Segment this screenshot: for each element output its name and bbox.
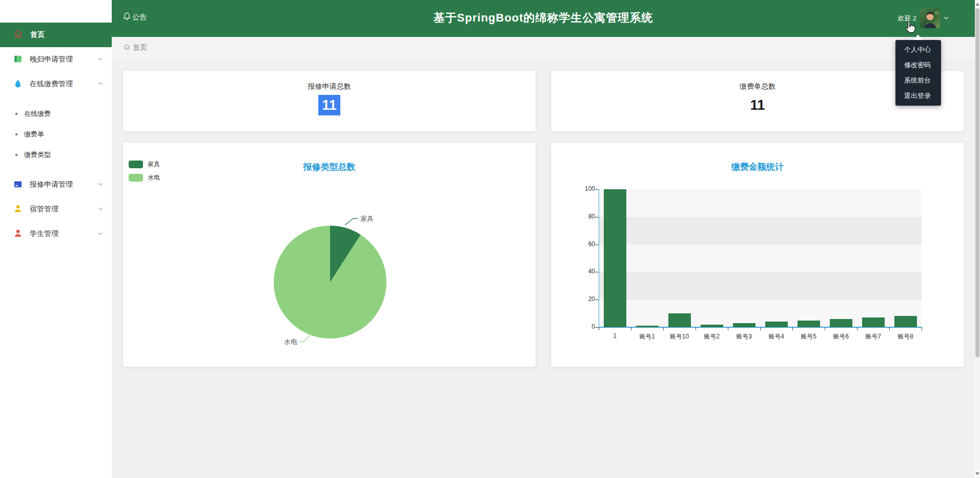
bar — [668, 313, 691, 327]
chevron-up-icon — [97, 80, 104, 88]
bar — [701, 325, 723, 327]
y-axis-label: 20 — [575, 295, 595, 303]
bar — [798, 321, 820, 327]
sidebar-subitem-label: 缴费类型 — [24, 150, 51, 160]
x-axis-label: 账号2 — [696, 332, 728, 341]
legend-label: 家具 — [148, 160, 160, 169]
y-axis-tick — [595, 189, 599, 190]
x-axis-tick — [760, 327, 761, 330]
legend-label: 水电 — [148, 173, 160, 182]
student-icon — [13, 229, 23, 240]
user-avatar[interactable] — [920, 9, 940, 28]
late-return-icon — [13, 54, 23, 65]
legend-item-furniture[interactable]: 家具 — [129, 160, 160, 169]
sidebar-subitem-label: 在线缴费 — [24, 109, 51, 118]
x-axis-tick — [792, 327, 793, 330]
stat-value-highlighted: 11 — [318, 95, 340, 115]
bar-chart-title: 缴费金额统计 — [551, 161, 964, 173]
sidebar-subitem-online-pay[interactable]: 在线缴费 — [0, 104, 112, 124]
top-header: 公告 基于SpringBoot的绵称学生公寓管理系统 欢迎 2 — [112, 0, 975, 37]
breadcrumb-bar: 首页 — [112, 37, 975, 60]
sidebar-item-repair[interactable]: 报修申请管理 — [0, 172, 112, 197]
x-axis-label: 1 — [599, 332, 631, 340]
bar — [733, 323, 756, 327]
menu-item-change-password[interactable]: 修改密码 — [895, 57, 941, 73]
legend-item-utilities[interactable]: 水电 — [129, 173, 160, 182]
menu-item-logout[interactable]: 退出登录 — [895, 88, 941, 104]
bar-plot[interactable]: 1账号1账号10账号2账号3账号4账号5账号6账号7账号802040608010… — [599, 189, 922, 327]
menu-item-profile[interactable]: 个人中心 — [895, 42, 941, 57]
y-axis-line — [599, 189, 599, 327]
sidebar-item-label: 在线缴费管理 — [30, 79, 73, 89]
dropdown-arrow — [914, 34, 922, 40]
breadcrumb[interactable]: 首页 — [123, 43, 147, 52]
bar — [862, 317, 885, 327]
sidebar-subitem-payment-bill[interactable]: 缴费单 — [0, 124, 112, 145]
sidebar-item-dorm-manager[interactable]: 宿管管理 — [0, 197, 112, 222]
x-axis-tick — [631, 327, 631, 330]
welcome-text[interactable]: 欢迎 2 — [897, 14, 916, 23]
legend-swatch — [129, 174, 143, 182]
stat-card-repair-total: 报修申请总数 11 — [122, 70, 536, 132]
sidebar-item-online-payment[interactable]: 在线缴费管理 — [0, 72, 112, 96]
x-axis-label: 账号3 — [728, 332, 760, 341]
x-axis-tick — [825, 327, 825, 330]
scrollbar[interactable] — [975, 0, 980, 478]
sidebar-item-label: 报修申请管理 — [30, 180, 73, 189]
x-axis-label: 账号1 — [631, 332, 663, 341]
chevron-down-icon[interactable] — [943, 14, 949, 23]
bullet-icon — [15, 133, 17, 135]
scrollbar-up-arrow[interactable] — [975, 1, 980, 7]
pie-chart[interactable] — [274, 226, 386, 338]
scrollbar-down-arrow[interactable] — [975, 471, 980, 477]
pie-legend: 家具 水电 — [129, 160, 160, 187]
pie-chart-card: 报修类型总数 家具 水电 家具 水电 — [122, 142, 536, 367]
stat-title: 报修申请总数 — [123, 82, 536, 91]
water-drop-icon — [13, 79, 23, 90]
x-axis-tick — [599, 327, 599, 330]
y-axis-label: 0 — [575, 323, 595, 330]
chevron-down-icon — [97, 230, 104, 238]
breadcrumb-label: 首页 — [133, 43, 147, 52]
bar — [604, 189, 626, 327]
home-outline-icon — [123, 43, 131, 52]
y-axis-label: 40 — [575, 268, 595, 275]
x-axis-tick — [889, 327, 890, 330]
bullet-icon — [15, 113, 17, 115]
x-axis-label: 账号6 — [825, 332, 857, 341]
x-axis-label: 账号7 — [857, 332, 889, 341]
submenu-online-payment: 在线缴费 缴费单 缴费类型 — [0, 96, 112, 172]
y-axis-label: 60 — [575, 241, 595, 248]
pie-slice-label-furniture: 家具 — [360, 214, 374, 224]
sidebar-item-label: 学生管理 — [30, 229, 58, 238]
chevron-down-icon — [97, 55, 104, 64]
menu-item-front-site[interactable]: 系统前台 — [895, 73, 941, 88]
stat-value: 11 — [123, 97, 536, 113]
bar-chart-card: 缴费金额统计 1账号1账号10账号2账号3账号4账号5账号6账号7账号80204… — [550, 142, 965, 367]
chevron-down-icon — [97, 205, 104, 213]
user-menu-trigger[interactable]: 欢迎 2 — [897, 0, 949, 37]
chevron-down-icon — [97, 181, 104, 189]
home-icon — [13, 29, 23, 41]
sidebar-subitem-payment-type[interactable]: 缴费类型 — [0, 145, 112, 165]
scrollbar-thumb[interactable] — [975, 8, 979, 357]
y-axis-tick — [595, 300, 599, 300]
sidebar-item-late-return[interactable]: 晚归申请管理 — [0, 47, 112, 72]
bar — [830, 319, 852, 327]
x-axis-tick — [696, 327, 696, 330]
sidebar: 首页 晚归申请管理 在线缴费管理 — [0, 0, 112, 478]
app-window: 首页 晚归申请管理 在线缴费管理 — [0, 0, 980, 478]
x-axis-tick — [663, 327, 664, 330]
page-title: 基于SpringBoot的绵称学生公寓管理系统 — [112, 10, 975, 26]
pie-chart-title: 报修类型总数 — [123, 161, 536, 173]
x-axis-label: 账号10 — [663, 332, 696, 341]
bar — [636, 326, 659, 327]
bar — [894, 316, 917, 327]
sidebar-item-student[interactable]: 学生管理 — [0, 222, 112, 246]
x-axis-label: 账号8 — [889, 332, 922, 341]
legend-swatch — [129, 161, 143, 168]
y-axis-tick — [595, 217, 599, 217]
x-axis-tick — [728, 327, 728, 330]
sidebar-item-home[interactable]: 首页 — [0, 23, 112, 47]
y-axis-label: 80 — [575, 213, 595, 220]
